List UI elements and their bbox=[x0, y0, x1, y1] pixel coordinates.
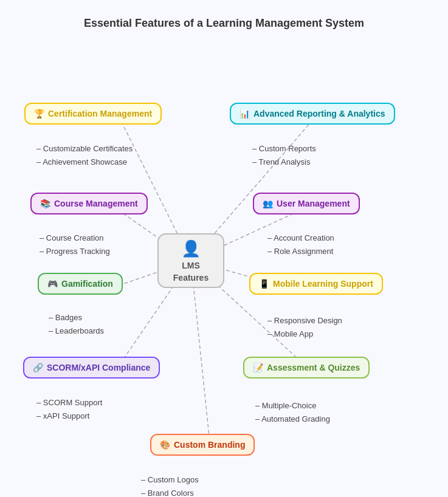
user-node: 👥 User Management bbox=[253, 193, 360, 214]
branding-icon: 🎨 bbox=[160, 440, 170, 450]
scorm-label: SCORM/xAPI Compliance bbox=[47, 363, 150, 372]
mobile-icon: 📱 bbox=[259, 279, 269, 289]
course-bullets: Course Creation Progress Tracking bbox=[40, 231, 110, 258]
scorm-node: 🔗 SCORM/xAPI Compliance bbox=[23, 357, 160, 379]
center-label2: Features bbox=[173, 273, 208, 283]
reporting-icon: 📊 bbox=[240, 109, 250, 118]
user-bullets: Account Creation Role Assignment bbox=[267, 231, 334, 258]
mobile-bullet-1: Responsive Design bbox=[267, 314, 342, 327]
center-label1: LMS bbox=[182, 261, 200, 270]
user-icon: 👥 bbox=[263, 199, 273, 208]
scorm-bullet-1: SCORM Support bbox=[36, 396, 102, 410]
center-node: 👤 LMS Features bbox=[157, 233, 224, 288]
cert-bullets: Customizable Certificates Achievement Sh… bbox=[36, 142, 133, 169]
course-label: Course Management bbox=[54, 199, 138, 208]
cert-bullet-1: Customizable Certificates bbox=[36, 142, 133, 156]
reporting-bullet-2: Trend Analysis bbox=[252, 156, 316, 169]
scorm-bullet-2: xAPI Support bbox=[36, 410, 102, 423]
mobile-bullets: Responsive Design Mobile App bbox=[267, 314, 342, 341]
assessment-label: Assessment & Quizzes bbox=[267, 363, 360, 372]
gamification-icon: 🎮 bbox=[47, 279, 58, 289]
gamification-label: Gamification bbox=[61, 279, 113, 289]
assessment-bullet-1: Multiple-Choice bbox=[255, 399, 330, 413]
reporting-bullets: Custom Reports Trend Analysis bbox=[252, 142, 316, 169]
branding-bullet-1: Custom Logos bbox=[141, 473, 199, 487]
page-title: Essential Features of a Learning Managem… bbox=[0, 0, 448, 36]
assessment-bullets: Multiple-Choice Automated Grading bbox=[255, 399, 330, 426]
course-node: 📚 Course Management bbox=[30, 193, 148, 214]
diagram-container: 👤 LMS Features 🏆 Certification Managemen… bbox=[0, 36, 448, 497]
branding-bullet-2: Brand Colors bbox=[141, 487, 199, 497]
branding-label: Custom Branding bbox=[174, 440, 245, 450]
scorm-icon: 🔗 bbox=[33, 363, 43, 372]
assessment-bullet-2: Automated Grading bbox=[255, 413, 330, 426]
mobile-label: Mobile Learning Support bbox=[273, 279, 373, 289]
course-bullet-2: Progress Tracking bbox=[40, 245, 110, 258]
cert-label: Certification Management bbox=[48, 109, 152, 118]
course-bullet-1: Course Creation bbox=[40, 231, 110, 245]
assessment-icon: 📝 bbox=[253, 363, 263, 372]
branding-node: 🎨 Custom Branding bbox=[150, 434, 255, 456]
cert-icon: 🏆 bbox=[34, 109, 44, 118]
gamification-bullet-2: Leaderboards bbox=[49, 324, 104, 338]
cert-node: 🏆 Certification Management bbox=[24, 103, 162, 125]
reporting-node: 📊 Advanced Reporting & Analytics bbox=[230, 103, 395, 125]
cert-bullet-2: Achievement Showcase bbox=[36, 156, 133, 169]
reporting-bullet-1: Custom Reports bbox=[252, 142, 316, 156]
mobile-node: 📱 Mobile Learning Support bbox=[249, 273, 383, 295]
branding-bullets: Custom Logos Brand Colors bbox=[141, 473, 199, 497]
user-bullet-2: Role Assignment bbox=[267, 245, 334, 258]
user-label: User Management bbox=[277, 199, 350, 208]
gamification-node: 🎮 Gamification bbox=[38, 273, 123, 295]
course-icon: 📚 bbox=[40, 199, 50, 208]
gamification-bullet-1: Badges bbox=[49, 311, 104, 324]
assessment-node: 📝 Assessment & Quizzes bbox=[243, 357, 370, 379]
scorm-bullets: SCORM Support xAPI Support bbox=[36, 396, 102, 423]
reporting-label: Advanced Reporting & Analytics bbox=[253, 109, 385, 118]
user-bullet-1: Account Creation bbox=[267, 231, 334, 245]
mobile-bullet-2: Mobile App bbox=[267, 327, 342, 341]
gamification-bullets: Badges Leaderboards bbox=[49, 311, 104, 338]
center-icon: 👤 bbox=[181, 239, 201, 258]
